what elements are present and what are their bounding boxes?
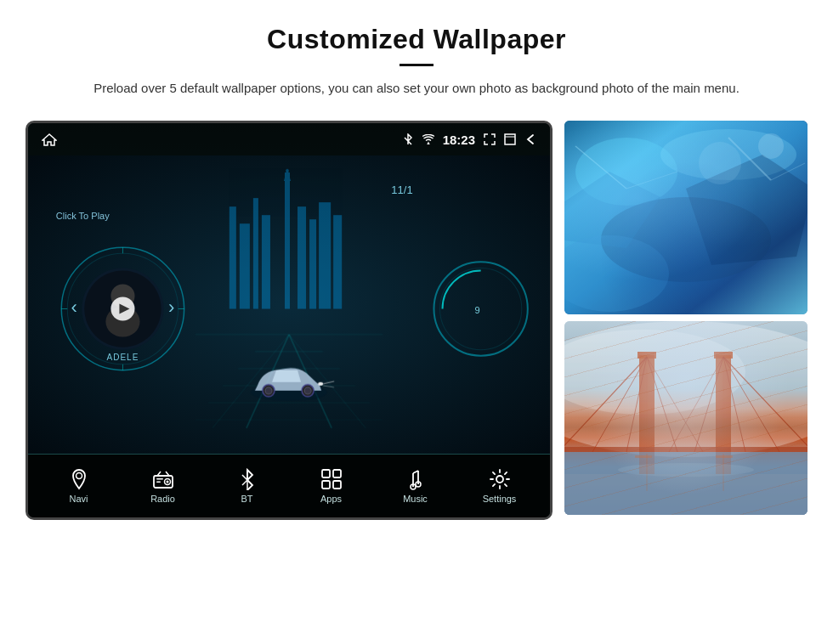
svg-rect-105 [716,455,733,458]
svg-rect-8 [285,172,290,308]
svg-point-31 [318,382,323,386]
car-screen: 18:23 [28,123,550,517]
car-screen-wrapper: 18:23 [26,121,552,520]
svg-rect-72 [564,121,808,314]
svg-point-53 [76,473,82,479]
svg-point-71 [496,476,503,483]
svg-rect-85 [564,321,808,515]
svg-text:‹: ‹ [71,297,77,318]
svg-point-83 [699,142,741,184]
svg-rect-64 [322,481,330,489]
nav-item-music[interactable]: Music [386,468,445,504]
settings-icon [489,468,511,490]
nav-item-apps[interactable]: Apps [302,468,361,504]
window-icon [504,133,516,145]
svg-rect-58 [156,482,161,483]
svg-point-78 [564,235,669,312]
svg-point-86 [564,321,808,457]
nav-label-apps: Apps [320,494,342,504]
svg-point-56 [166,481,168,483]
status-right: 18:23 [402,133,536,147]
svg-rect-63 [333,470,341,477]
nav-label-bt: BT [241,494,252,504]
svg-line-100 [723,357,745,452]
svg-line-79 [575,146,626,189]
svg-text:ADELE: ADELE [107,353,139,362]
svg-line-94 [592,357,647,452]
page-description: Preload over 5 default wallpaper options… [68,78,765,99]
status-time: 18:23 [443,133,475,147]
svg-marker-77 [686,155,808,265]
svg-point-87 [564,330,745,415]
svg-line-101 [694,357,723,452]
svg-point-73 [575,138,677,206]
svg-rect-65 [333,481,341,489]
svg-point-15 [286,169,289,172]
svg-rect-109 [564,474,808,515]
svg-point-84 [758,133,784,159]
screen-background-svg: 9 11/1 Click To Play AD [28,155,550,454]
wifi-status-icon [422,134,434,144]
music-icon [405,468,427,490]
svg-rect-103 [564,452,808,515]
svg-line-96 [647,357,677,452]
wallpaper-blue-thumb[interactable] [564,121,808,314]
expand-icon [484,133,496,145]
bt-icon [236,468,258,490]
home-icon [42,133,57,146]
click-to-play-text: Click To Play [56,211,110,221]
svg-rect-7 [262,215,270,308]
svg-point-75 [601,197,771,282]
svg-rect-90 [638,352,656,359]
svg-line-82 [771,163,805,180]
date-text: 11/1 [391,184,412,196]
svg-rect-14 [333,215,342,308]
title-underline [400,64,434,66]
svg-rect-4 [230,206,236,308]
bluetooth-status-icon [402,133,414,145]
svg-rect-104 [635,455,652,458]
svg-rect-11 [298,206,306,308]
status-bar: 18:23 [28,123,550,155]
svg-text:9: 9 [475,305,480,315]
content-area: 18:23 [0,121,833,644]
svg-text:›: › [168,297,174,318]
svg-point-108 [618,463,754,477]
nav-label-settings: Settings [483,494,517,504]
nav-item-navi[interactable]: Navi [49,468,109,504]
navi-icon [68,468,90,490]
svg-rect-92 [564,447,808,452]
back-icon [524,133,536,145]
svg-line-93 [564,357,647,452]
svg-point-30 [304,387,311,394]
screen-main: 9 11/1 Click To Play AD [28,155,550,454]
nav-label-radio: Radio [150,494,175,504]
svg-marker-0 [42,134,56,145]
svg-rect-6 [253,198,258,308]
nav-item-radio[interactable]: Radio [133,468,193,504]
svg-line-95 [626,357,647,452]
svg-rect-88 [639,355,654,474]
svg-line-80 [626,172,677,189]
svg-rect-89 [716,355,731,474]
svg-marker-76 [564,172,660,248]
wallpaper-column [552,121,808,515]
nav-item-bt[interactable]: BT [218,468,277,504]
svg-line-102 [669,357,723,452]
nav-bar: Navi Radio [28,454,550,517]
svg-rect-10 [286,172,289,177]
nav-label-navi: Navi [69,494,88,504]
svg-rect-91 [714,352,733,359]
svg-rect-57 [156,478,163,480]
svg-rect-13 [319,202,331,308]
apps-icon [320,468,343,490]
nav-item-settings[interactable]: Settings [470,468,530,504]
nav-label-music: Music [403,494,428,504]
status-left [42,133,57,146]
wallpaper-bridge-thumb[interactable] [564,321,808,515]
svg-point-28 [265,387,272,394]
svg-point-74 [660,129,796,180]
svg-rect-5 [240,223,250,308]
svg-line-97 [647,357,703,452]
svg-rect-62 [322,470,330,477]
